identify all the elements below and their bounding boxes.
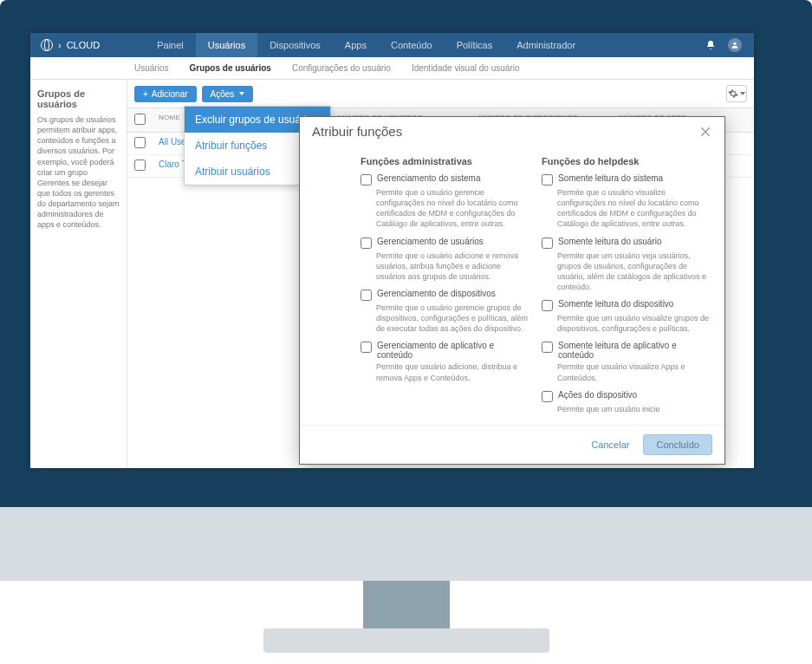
role-item: Ações do dispositivo Permite que um usuá… — [542, 390, 712, 414]
role-label[interactable]: Gerenciamento de aplicativo e conteúdo — [361, 341, 531, 360]
brand[interactable]: › CLOUD — [30, 39, 110, 51]
nav-right — [705, 38, 754, 52]
role-checkbox[interactable] — [361, 290, 372, 301]
td-check — [127, 133, 152, 154]
nav-apps[interactable]: Apps — [333, 33, 379, 57]
role-label[interactable]: Somente leitura de aplicativo e conteúdo — [542, 341, 712, 360]
role-label[interactable]: Somente leitura do sistema — [542, 173, 712, 186]
nav-painel[interactable]: Painel — [145, 33, 196, 57]
subnav-identidade[interactable]: Identidade visual do usuário — [412, 63, 520, 73]
role-item: Gerenciamento de usuários Permite que o … — [361, 237, 531, 282]
role-checkbox[interactable] — [542, 300, 553, 311]
role-label[interactable]: Gerenciamento de usuários — [361, 237, 531, 249]
nav-usuarios[interactable]: Usuários — [196, 33, 257, 57]
row-checkbox[interactable] — [134, 159, 146, 171]
svg-point-0 — [733, 42, 736, 45]
role-item: Gerenciamento do sistema Permite que o u… — [361, 173, 531, 230]
nav-dispositivos[interactable]: Dispositivos — [257, 33, 333, 57]
brand-caret: › — [58, 40, 62, 50]
role-item: Somente leitura de aplicativo e conteúdo… — [542, 341, 712, 382]
actions-button[interactable]: Ações — [202, 86, 254, 102]
monitor-chin — [0, 507, 812, 581]
role-desc: Permite que usuário visualize Apps e Con… — [557, 361, 712, 382]
nav-label: Apps — [345, 40, 367, 50]
role-label[interactable]: Gerenciamento do sistema — [361, 173, 531, 186]
role-checkbox[interactable] — [361, 342, 372, 353]
role-label[interactable]: Somente leitura do usuário — [542, 237, 712, 249]
role-desc: Permite que o usuário gerencie grupos de… — [376, 303, 531, 334]
role-checkbox[interactable] — [542, 391, 553, 402]
close-icon[interactable] — [698, 125, 712, 139]
role-title-text: Gerenciamento de dispositivos — [377, 289, 496, 298]
done-button[interactable]: Concluído — [643, 434, 712, 455]
role-desc: Permite que um usuário visualize grupos … — [557, 313, 712, 334]
role-checkbox[interactable] — [361, 238, 372, 249]
role-item: Gerenciamento de dispositivos Permite qu… — [361, 289, 531, 334]
monitor-base — [263, 628, 549, 653]
subnav-grupos[interactable]: Grupos de usuários — [189, 63, 270, 73]
nav-conteudo[interactable]: Conteúdo — [379, 33, 445, 57]
settings-button[interactable] — [726, 85, 747, 102]
role-checkbox[interactable] — [361, 174, 372, 186]
role-checkbox[interactable] — [542, 342, 553, 353]
screen: › CLOUD Painel Usuários Dispositivos App… — [30, 33, 754, 468]
modal-body: Funções administrativas Gerenciamento do… — [300, 146, 724, 425]
nav-label: Usuários — [208, 40, 245, 50]
role-item: Somente leitura do sistema Permite que o… — [542, 173, 712, 230]
role-title-text: Ações do dispositivo — [558, 390, 637, 400]
nav-label: Painel — [157, 40, 184, 50]
monitor-neck — [363, 581, 450, 628]
actions-label: Ações — [211, 89, 235, 99]
subnav-config[interactable]: Configurações do usuário — [292, 63, 391, 73]
chevron-down-icon — [239, 92, 244, 95]
bell-icon[interactable] — [705, 40, 716, 50]
td-check — [127, 155, 152, 177]
sidebar-title: Grupos de usuários — [37, 88, 120, 109]
th-check — [127, 108, 152, 132]
role-title-text: Somente leitura do sistema — [558, 173, 663, 183]
user-avatar-icon[interactable] — [728, 38, 742, 52]
brand-name: CLOUD — [67, 40, 101, 50]
brand-logo-icon — [41, 39, 53, 51]
nav-label: Políticas — [457, 40, 493, 50]
sidebar-desc: Os grupos de usuários permitem atribuir … — [37, 114, 120, 231]
role-desc: Permite que um usuário veja usuários, gr… — [557, 251, 712, 293]
row-checkbox[interactable] — [134, 137, 146, 148]
chevron-down-icon — [740, 92, 745, 95]
add-label: Adicionar — [152, 89, 188, 99]
nav-label: Administrador — [516, 40, 575, 50]
role-title-text: Somente leitura do dispositivo — [558, 299, 673, 309]
sidebar: Grupos de usuários Os grupos de usuários… — [30, 80, 127, 468]
monitor-bezel: › CLOUD Painel Usuários Dispositivos App… — [0, 0, 812, 507]
role-title-text: Somente leitura de aplicativo e conteúdo — [558, 341, 712, 360]
assign-roles-modal: Atribuir funções Funções administrativas… — [299, 116, 725, 465]
cancel-button[interactable]: Cancelar — [591, 439, 629, 450]
role-item: Somente leitura do dispositivo Permite q… — [542, 299, 712, 334]
role-title-text: Gerenciamento de aplicativo e conteúdo — [377, 341, 531, 360]
role-desc: Permite que o usuário adicione e remova … — [376, 251, 531, 282]
subnav-usuarios[interactable]: Usuários — [134, 63, 168, 73]
role-label[interactable]: Ações do dispositivo — [542, 390, 712, 402]
role-checkbox[interactable] — [542, 174, 553, 186]
role-desc: Permite que um usuário inicie — [557, 404, 712, 414]
help-col-title: Funções do helpdesk — [542, 156, 712, 166]
nav-items: Painel Usuários Dispositivos Apps Conteú… — [145, 33, 588, 57]
sub-nav: Usuários Grupos de usuários Configuraçõe… — [30, 57, 754, 80]
toolbar: + Adicionar Ações — [127, 80, 754, 107]
helpdesk-column: Funções do helpdesk Somente leitura do s… — [542, 156, 712, 414]
role-checkbox[interactable] — [542, 238, 553, 249]
nav-administrador[interactable]: Administrador — [504, 33, 588, 57]
role-label[interactable]: Somente leitura do dispositivo — [542, 299, 712, 311]
modal-header: Atribuir funções — [300, 117, 724, 146]
nav-politicas[interactable]: Políticas — [445, 33, 505, 57]
role-desc: Permite que o usuário gerencie configura… — [376, 187, 531, 230]
gear-icon — [728, 88, 738, 99]
nav-label: Dispositivos — [270, 40, 321, 50]
role-item: Somente leitura do usuário Permite que u… — [542, 237, 712, 293]
role-label[interactable]: Gerenciamento de dispositivos — [361, 289, 531, 301]
role-title-text: Somente leitura do usuário — [558, 237, 662, 246]
select-all-checkbox[interactable] — [134, 114, 146, 125]
role-desc: Permite que o usuário visualize configur… — [557, 187, 712, 230]
role-title-text: Gerenciamento de usuários — [377, 237, 484, 246]
add-button[interactable]: + Adicionar — [134, 86, 197, 102]
